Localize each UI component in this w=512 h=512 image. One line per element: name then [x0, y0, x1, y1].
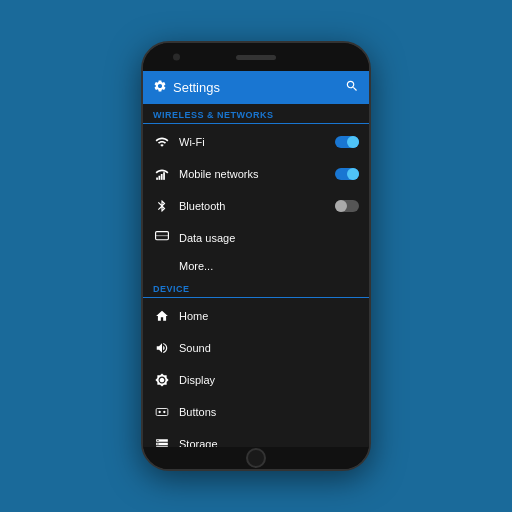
wifi-toggle-knob — [347, 136, 359, 148]
settings-content: WIRELESS & NETWORKS Wi-Fi — [143, 104, 369, 447]
more-item[interactable]: More... — [143, 254, 369, 278]
phone-bottom-bar — [143, 447, 369, 469]
bluetooth-label: Bluetooth — [179, 200, 335, 212]
data-usage-label: Data usage — [179, 232, 359, 244]
mobile-toggle-knob — [347, 168, 359, 180]
svg-rect-0 — [156, 178, 158, 180]
home-label: Home — [179, 310, 359, 322]
data-usage-icon — [153, 229, 171, 247]
home-icon — [153, 307, 171, 325]
display-label: Display — [179, 374, 359, 386]
phone-top-bar — [143, 43, 369, 71]
storage-label: Storage — [179, 438, 359, 447]
device-section-header: DEVICE — [143, 278, 369, 298]
svg-rect-6 — [156, 409, 168, 416]
phone-frame: Settings WIRELESS & NETWORKS Wi-Fi — [141, 41, 371, 471]
svg-rect-1 — [159, 176, 161, 180]
svg-rect-2 — [161, 174, 163, 180]
home-item[interactable]: Home — [143, 300, 369, 332]
sound-item[interactable]: Sound — [143, 332, 369, 364]
gear-icon — [153, 79, 167, 96]
speaker — [236, 55, 276, 60]
mobile-networks-label: Mobile networks — [179, 168, 335, 180]
wifi-label: Wi-Fi — [179, 136, 335, 148]
buttons-icon — [153, 403, 171, 421]
display-item[interactable]: Display — [143, 364, 369, 396]
mobile-networks-item[interactable]: Mobile networks — [143, 158, 369, 190]
header-left: Settings — [153, 79, 220, 96]
front-camera — [173, 54, 180, 61]
sound-icon — [153, 339, 171, 357]
bluetooth-icon — [153, 197, 171, 215]
bluetooth-toggle[interactable] — [335, 200, 359, 212]
display-icon — [153, 371, 171, 389]
svg-rect-3 — [163, 172, 165, 180]
settings-title: Settings — [173, 80, 220, 95]
settings-header: Settings — [143, 71, 369, 104]
buttons-label: Buttons — [179, 406, 359, 418]
wifi-toggle[interactable] — [335, 136, 359, 148]
home-button[interactable] — [246, 448, 266, 468]
mobile-networks-toggle[interactable] — [335, 168, 359, 180]
storage-icon — [153, 435, 171, 447]
search-icon[interactable] — [345, 79, 359, 96]
bluetooth-item[interactable]: Bluetooth — [143, 190, 369, 222]
screen: Settings WIRELESS & NETWORKS Wi-Fi — [143, 71, 369, 447]
wifi-item[interactable]: Wi-Fi — [143, 126, 369, 158]
storage-item[interactable]: Storage — [143, 428, 369, 447]
wireless-section-header: WIRELESS & NETWORKS — [143, 104, 369, 124]
svg-point-8 — [163, 411, 165, 413]
signal-icon — [153, 165, 171, 183]
sound-label: Sound — [179, 342, 359, 354]
bluetooth-toggle-knob — [335, 200, 347, 212]
buttons-item[interactable]: Buttons — [143, 396, 369, 428]
wifi-icon — [153, 133, 171, 151]
data-usage-item[interactable]: Data usage — [143, 222, 369, 254]
svg-point-7 — [159, 411, 161, 413]
